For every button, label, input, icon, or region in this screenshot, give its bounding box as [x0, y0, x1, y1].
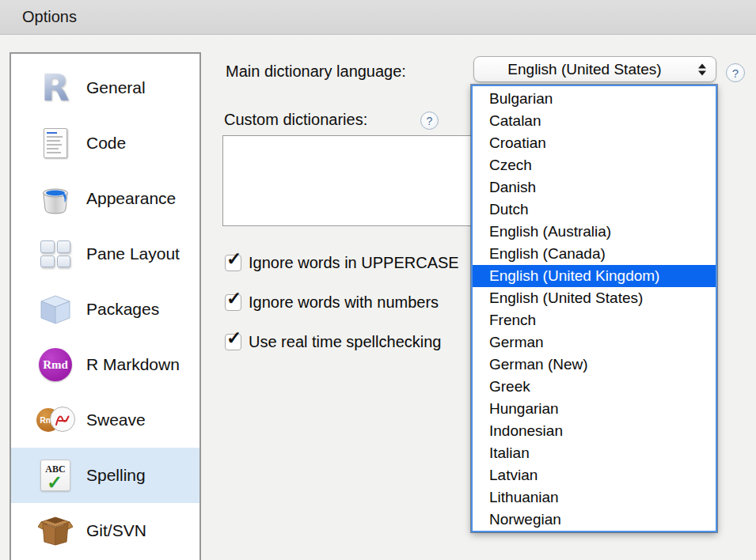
dropdown-item[interactable]: Dutch [473, 199, 716, 221]
dropdown-item[interactable]: French [473, 309, 716, 331]
sidebar-item-packages[interactable]: Packages [11, 282, 199, 337]
checkbox-row-uppercase: ✓ Ignore words in UPPERCASE [225, 252, 459, 273]
checkbox-label: Ignore words in UPPERCASE [249, 254, 459, 272]
ignore-numbers-checkbox[interactable]: ✓ [225, 294, 241, 311]
dropdown-item[interactable]: Indonesian [473, 420, 716, 442]
paint-bucket-icon [36, 180, 74, 218]
dropdown-item[interactable]: English (Australia) [473, 221, 716, 243]
selected-language-value: English (United States) [507, 61, 661, 78]
sidebar-item-r-markdown[interactable]: Rmd R Markdown [11, 337, 199, 392]
sidebar-item-label: General [86, 78, 146, 97]
dropdown-item[interactable]: German (New) [473, 354, 716, 376]
dropdown-item[interactable]: German [473, 331, 716, 354]
checkbox-row-realtime: ✓ Use real time spellchecking [225, 331, 441, 352]
title-bar: Options [0, 0, 756, 35]
dropdown-item[interactable]: Latvian [473, 464, 716, 486]
checkmark-icon: ✓ [226, 250, 241, 268]
dropdown-item[interactable]: English (United States) [473, 287, 716, 309]
options-dialog: Options R General Code [0, 0, 756, 560]
sidebar-item-label: Packages [86, 300, 159, 319]
sidebar-item-appearance[interactable]: Appearance [11, 171, 199, 226]
custom-dictionaries-label: Custom dictionaries: [224, 111, 367, 129]
dropdown-item[interactable]: Norwegian [473, 509, 716, 531]
dropdown-item[interactable]: Catalan [473, 110, 716, 132]
sidebar-item-git-svn[interactable]: Git/SVN [11, 503, 199, 558]
sidebar-item-sweave[interactable]: Rnw Sweave [11, 392, 199, 448]
package-cube-icon [36, 290, 74, 328]
window-title: Options [22, 8, 77, 26]
dropdown-item[interactable]: Hungarian [473, 398, 716, 420]
code-document-icon [36, 124, 74, 162]
sidebar-item-label: Pane Layout [86, 244, 180, 263]
r-logo-icon: R [36, 69, 74, 107]
language-dropdown-menu: Bulgarian Catalan Croatian Czech Danish … [471, 85, 717, 532]
checkmark-icon: ✓ [226, 329, 241, 347]
main-dictionary-select[interactable]: English (United States) [473, 56, 716, 82]
ignore-uppercase-checkbox[interactable]: ✓ [225, 255, 241, 271]
dropdown-item[interactable]: Lithuanian [473, 486, 716, 509]
select-updown-arrows-icon [698, 63, 706, 75]
sidebar: R General Code [9, 52, 201, 560]
pane-grid-icon [36, 235, 74, 273]
checkbox-row-numbers: ✓ Ignore words with numbers [225, 292, 439, 312]
dropdown-item[interactable]: Bulgarian [473, 88, 716, 110]
checkbox-label: Use real time spellchecking [249, 333, 441, 351]
dropdown-item-highlighted[interactable]: English (United Kingdom) [473, 265, 716, 287]
dropdown-item[interactable]: Greek [473, 376, 716, 398]
abc-check-icon: ABC ✓ [36, 456, 74, 494]
sidebar-item-general[interactable]: R General [11, 60, 199, 115]
sidebar-item-label: R Markdown [86, 355, 180, 374]
sidebar-item-label: Appearance [86, 189, 176, 208]
dropdown-item[interactable]: Italian [473, 442, 716, 464]
realtime-spellcheck-checkbox[interactable]: ✓ [225, 334, 241, 350]
dropdown-item[interactable]: Croatian [473, 132, 716, 154]
dropdown-item[interactable]: English (Canada) [473, 243, 716, 265]
sidebar-item-label: Spelling [86, 466, 146, 485]
dictionary-help-icon[interactable]: ? [726, 63, 745, 82]
rmd-badge-icon: Rmd [36, 346, 74, 384]
dropdown-item[interactable]: Danish [473, 176, 716, 199]
sidebar-item-pane-layout[interactable]: Pane Layout [11, 226, 199, 282]
sidebar-item-label: Sweave [86, 411, 146, 429]
sidebar-item-code[interactable]: Code [11, 115, 199, 171]
sidebar-item-label: Git/SVN [86, 521, 146, 540]
sidebar-item-spelling[interactable]: ABC ✓ Spelling [11, 448, 199, 503]
rnw-pdf-icon: Rnw [36, 401, 74, 439]
custom-dictionaries-help-icon[interactable]: ? [420, 112, 439, 130]
dropdown-item[interactable]: Czech [473, 154, 716, 176]
cardboard-box-icon [36, 512, 74, 550]
sidebar-item-label: Code [86, 134, 126, 153]
checkbox-label: Ignore words with numbers [249, 293, 439, 312]
checkmark-icon: ✓ [226, 289, 241, 308]
main-dictionary-language-label: Main dictionary language: [226, 62, 406, 81]
